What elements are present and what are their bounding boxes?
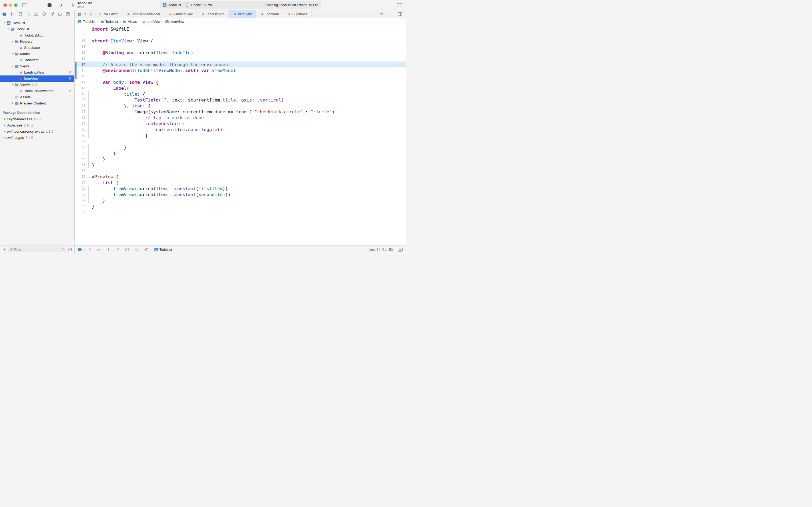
code-line-29[interactable]: 29 ) — [75, 150, 406, 156]
code-line-21[interactable]: 21 }, icon: { — [75, 103, 406, 109]
code-line-25[interactable]: 25 currentItem.done.toggle() — [75, 126, 406, 132]
code-line-38[interactable]: 38} — [75, 203, 406, 209]
chevron-right-icon[interactable] — [3, 136, 6, 139]
chevron-right-icon[interactable] — [3, 130, 6, 133]
code-line-15[interactable]: 15 @Environment(TodoListViewModel.self) … — [75, 67, 406, 73]
line-number[interactable]: 26 — [75, 133, 86, 137]
tree-item-todolist[interactable]: TodoList — [0, 20, 74, 26]
code-line-28[interactable]: 28 } — [75, 144, 406, 150]
line-number[interactable]: 18 — [75, 86, 86, 90]
line-number[interactable]: 13 — [75, 57, 86, 60]
line-number[interactable]: 19 — [75, 92, 86, 96]
activity-view[interactable]: TodoList iPhone 15 Pro Running TodoList … — [160, 1, 321, 9]
code-line-32[interactable]: 32 — [75, 168, 406, 174]
process-badge[interactable]: TodoList — [154, 247, 172, 251]
code-line-36[interactable]: 36 ItemView(currentItem: .constant(secon… — [75, 191, 406, 198]
code-line-24[interactable]: 24 .onTapGesture { — [75, 121, 406, 126]
scheme-name[interactable]: TodoList — [169, 3, 181, 7]
chevron-right-icon[interactable] — [3, 118, 6, 120]
bookmark-navigator-icon[interactable] — [18, 12, 22, 16]
code-line-18[interactable]: 18 Label( — [75, 85, 406, 91]
tree-item-preview-content[interactable]: Preview Content — [0, 100, 74, 106]
code-line-27[interactable]: 27 — [75, 138, 406, 144]
location-arrow-button[interactable] — [143, 247, 148, 251]
code-line-11[interactable]: 11 — [75, 44, 406, 50]
code-line-10[interactable]: 10struct ItemView: View { — [75, 38, 406, 44]
filter-field[interactable] — [8, 247, 66, 252]
minimize-window-button[interactable] — [9, 3, 12, 7]
chevron-down-icon[interactable] — [11, 53, 14, 55]
tab-todolistapp[interactable]: TodoListApp — [197, 10, 229, 18]
breadcrumb-item-views-2[interactable]: Views — [123, 20, 137, 23]
tree-item-views[interactable]: Views — [0, 63, 74, 69]
source-editor[interactable]: 8import SwiftUI910struct ItemView: View … — [75, 25, 406, 245]
tree-item-viewmodel[interactable]: ViewModel — [0, 81, 74, 88]
line-number[interactable]: 28 — [75, 145, 86, 149]
code-line-33[interactable]: 33#Preview { — [75, 174, 406, 180]
package-keychainaccess[interactable]: KeychainAccess4.2.2 — [0, 116, 74, 122]
chevron-right-icon[interactable] — [11, 102, 14, 105]
chevron-down-icon[interactable] — [7, 28, 10, 30]
tree-item-supabase[interactable]: Supabase — [0, 45, 74, 51]
tree-item-todolistviewmodel[interactable]: TodoListViewModelM — [0, 88, 74, 94]
line-number[interactable]: 37 — [75, 199, 86, 202]
package-swift-concurrency-extras[interactable]: swift-concurrency-extras1.1.0 — [0, 128, 74, 134]
source-control-navigator-icon[interactable] — [10, 12, 15, 16]
zoom-window-button[interactable] — [14, 3, 17, 7]
tree-item-landingview[interactable]: LandingViewM — [0, 69, 74, 75]
add-item-button[interactable] — [2, 248, 6, 251]
line-number[interactable]: 38 — [75, 204, 86, 208]
tab-supabase[interactable]: Supabase — [283, 10, 311, 18]
code-line-14[interactable]: 14 // Access the view model through the … — [75, 61, 406, 67]
code-line-23[interactable]: 23 // Tap to mark as done — [75, 115, 406, 121]
line-number[interactable]: 8 — [75, 27, 86, 31]
filter-input[interactable] — [14, 248, 60, 251]
scheme-info[interactable]: TodoList main — [72, 1, 92, 9]
breakpoint-navigator-icon[interactable] — [58, 12, 62, 16]
line-number[interactable]: 27 — [75, 139, 86, 143]
line-number[interactable]: 39 — [75, 210, 86, 214]
line-number[interactable]: 17 — [75, 80, 86, 84]
memory-graph-button[interactable] — [134, 247, 139, 251]
breadcrumb-item-todolist-0[interactable]: TodoList — [78, 20, 96, 23]
code-line-31[interactable]: 31} — [75, 162, 406, 168]
tab-todolistviewmodel[interactable]: TodoListViewModel — [122, 10, 164, 18]
code-line-26[interactable]: 26 } — [75, 132, 406, 138]
toggle-inspector-button[interactable] — [397, 3, 402, 7]
add-editor-button[interactable] — [398, 12, 402, 16]
line-number[interactable]: 25 — [75, 127, 86, 131]
run-destination[interactable]: iPhone 15 Pro — [191, 3, 212, 7]
line-number[interactable]: 9 — [75, 33, 86, 37]
package-swift-crypto[interactable]: swift-crypto3.4.0 — [0, 134, 74, 141]
line-number[interactable]: 36 — [75, 192, 86, 196]
line-number[interactable]: 29 — [75, 151, 86, 155]
line-number[interactable]: 11 — [75, 45, 86, 49]
view-hierarchy-button[interactable] — [125, 247, 129, 251]
chevron-down-icon[interactable] — [3, 22, 6, 24]
library-button[interactable] — [387, 3, 391, 7]
code-line-17[interactable]: 17 var body: some View { — [75, 79, 406, 85]
code-line-30[interactable]: 30 } — [75, 156, 406, 162]
breadcrumb-item-itemview-3[interactable]: ItemView — [141, 20, 160, 23]
step-out-button[interactable] — [115, 247, 120, 251]
step-into-button[interactable] — [106, 247, 111, 251]
editor-options-button[interactable] — [389, 12, 393, 16]
code-line-37[interactable]: 37 } — [75, 198, 406, 203]
tree-item-assets[interactable]: Assets — [0, 94, 74, 100]
line-number[interactable]: 24 — [75, 122, 86, 125]
back-button[interactable] — [84, 13, 86, 16]
tree-item-todolistapp[interactable]: TodoListApp — [0, 32, 74, 39]
code-line-9[interactable]: 9 — [75, 32, 406, 38]
code-line-13[interactable]: 13 — [75, 56, 406, 61]
chevron-down-icon[interactable] — [11, 40, 14, 43]
breadcrumb-item-todolist-1[interactable]: TodoList — [101, 20, 118, 23]
code-line-12[interactable]: 12 @Binding var currentItem: TodoItem — [75, 50, 406, 56]
line-number[interactable]: 23 — [75, 116, 86, 119]
line-number[interactable]: 32 — [75, 169, 86, 173]
tree-item-todoitem[interactable]: TodoItem — [0, 57, 74, 63]
forward-button[interactable] — [90, 13, 92, 16]
keyboard-button[interactable] — [398, 248, 403, 251]
code-line-16[interactable]: 16 — [75, 73, 406, 79]
test-navigator-icon[interactable] — [42, 12, 47, 16]
tree-item-itemview[interactable]: ItemViewM — [0, 75, 74, 81]
